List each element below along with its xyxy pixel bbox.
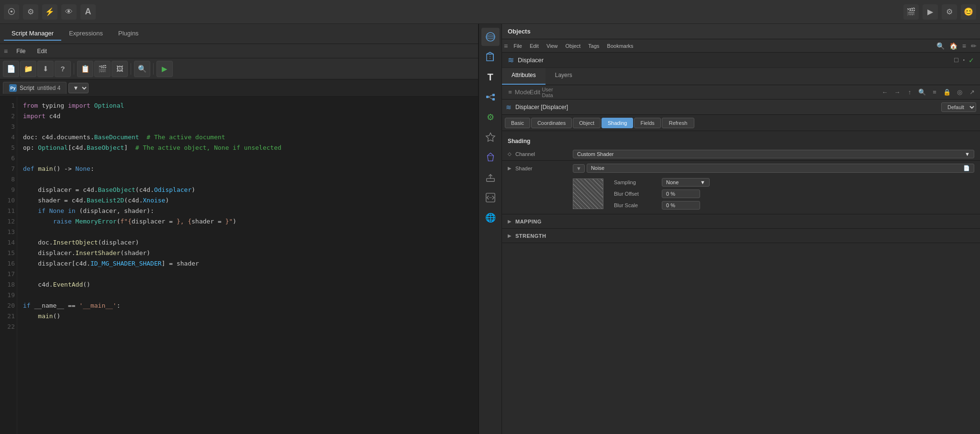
tab-expressions[interactable]: Expressions	[61, 27, 111, 41]
attr-btn-shading[interactable]: Shading	[601, 118, 633, 128]
menu-file[interactable]: File	[11, 46, 30, 56]
attr-buttons: Basic Coordinates Object Shading Fields …	[502, 115, 980, 131]
side-icon-3d[interactable]	[481, 189, 500, 207]
run-button[interactable]: ▶	[156, 61, 173, 77]
hamburger-menu-icon[interactable]: ≡	[4, 47, 8, 55]
side-icon-globe[interactable]: 🌐	[481, 209, 500, 227]
objects-menu-row: ≡ File Edit View Object Tags Bookmarks 🔍…	[502, 39, 980, 53]
side-icon-cube[interactable]	[481, 48, 500, 66]
default-dropdown[interactable]: Default	[941, 102, 976, 112]
record-button[interactable]: 🎬	[94, 61, 111, 77]
objects-search-icon[interactable]: 🔍	[935, 41, 946, 51]
find-button[interactable]: 🔍	[134, 61, 150, 77]
media-icon[interactable]: 🎬	[903, 4, 919, 20]
script-file-tabs: Py Script untitled 4 ▼	[0, 79, 478, 97]
tab-script-manager[interactable]: Script Manager	[4, 27, 61, 41]
power-icon[interactable]: ⦿	[4, 4, 19, 20]
attr-btn-object[interactable]: Object	[573, 118, 601, 128]
code-content[interactable]: from typing import Optional import c4d d…	[17, 97, 478, 434]
blur-scale-value[interactable]: 0 %	[662, 201, 700, 210]
blur-scale-label: Blur Scale	[614, 202, 662, 208]
objects-edit-icon[interactable]: ✏	[969, 41, 978, 51]
objects-menu-bookmarks[interactable]: Bookmarks	[603, 42, 637, 50]
eye-icon[interactable]: 👁	[61, 4, 77, 20]
tab-layers[interactable]: Layers	[546, 68, 582, 85]
attr-external-icon[interactable]: ↗	[967, 87, 977, 98]
attr-target-icon[interactable]: ◎	[954, 87, 965, 98]
attr-lock-icon[interactable]: 🔒	[942, 87, 952, 98]
objects-menu-tags[interactable]: Tags	[584, 42, 603, 50]
shader-expand-icon[interactable]: ▶	[508, 166, 515, 171]
shading-section: Shading ◇ Channel Custom Shader ▼ ▶ Shad…	[502, 131, 980, 434]
svg-line-10	[489, 97, 492, 100]
attr-up-icon[interactable]: ↑	[904, 87, 915, 98]
tab-dropdown[interactable]: ▼	[68, 83, 89, 93]
objects-menu-file[interactable]: File	[510, 42, 526, 50]
objects-menu-object[interactable]: Object	[562, 42, 585, 50]
split-icon[interactable]: ⚡	[42, 4, 57, 20]
svg-rect-8	[492, 98, 495, 100]
mapping-section[interactable]: ▶ MAPPING	[502, 214, 980, 229]
refresh-button[interactable]: Refresh	[662, 118, 695, 128]
settings-icon[interactable]: ⚙	[23, 4, 38, 20]
tab-attributes[interactable]: Attributes	[502, 68, 546, 85]
displacer-check-icon[interactable]: ✓	[969, 56, 974, 64]
displacer-row[interactable]: ≋ Displacer ☐ • ✓	[502, 53, 980, 68]
objects-menu-view[interactable]: View	[543, 42, 562, 50]
top-toolbar-left: ⦿ ⚙ ⚡ 👁 A	[4, 4, 96, 20]
svg-marker-11	[487, 153, 493, 161]
code-editor[interactable]: 12345 678910 1112131415 1617181920 2122 …	[0, 97, 478, 434]
side-icon-node[interactable]	[481, 88, 500, 106]
strength-section[interactable]: ▶ STRENGTH	[502, 229, 980, 243]
side-icon-brush[interactable]	[481, 128, 500, 146]
new-script-button[interactable]: 📄	[3, 61, 19, 77]
text-icon[interactable]: A	[80, 4, 96, 20]
attr-hamburger-icon[interactable]: ≡	[505, 87, 515, 98]
image-button[interactable]: 🖼	[111, 61, 128, 77]
channel-value[interactable]: Custom Shader ▼	[573, 150, 974, 158]
objects-menu-edit[interactable]: Edit	[526, 42, 543, 50]
play-icon[interactable]: ▶	[923, 4, 938, 20]
attr-btn-fields[interactable]: Fields	[634, 118, 660, 128]
objects-panel-container: Objects ≡ File Edit View Object Tags Boo…	[501, 24, 980, 434]
displacer-title-wave-icon: ≋	[506, 103, 512, 111]
attr-search-icon[interactable]: 🔍	[917, 87, 927, 98]
attr-mode[interactable]: Mode	[517, 87, 528, 98]
displacer-full-title: Displacer [Displacer]	[515, 104, 937, 111]
objects-hamburger-icon[interactable]: ≡	[504, 42, 508, 50]
side-icon-sphere[interactable]	[481, 28, 500, 46]
objects-list-icon[interactable]: ≡	[961, 41, 968, 51]
tab-plugins[interactable]: Plugins	[111, 27, 146, 41]
side-icon-export[interactable]	[481, 168, 500, 187]
gear-icon[interactable]: ⚙	[942, 4, 957, 20]
displacer-checkbox[interactable]: ☐	[954, 57, 959, 64]
attr-btn-basic[interactable]: Basic	[505, 118, 530, 128]
separator-2	[131, 63, 131, 75]
shader-noise-value[interactable]: Noise 📄	[587, 164, 974, 173]
attr-back-icon[interactable]: ←	[880, 87, 890, 98]
smiley-icon[interactable]: 😊	[961, 4, 976, 20]
attr-edit[interactable]: Edit	[530, 87, 540, 98]
side-icon-gear[interactable]: ⚙	[481, 108, 500, 126]
attributes-panel: Attributes Layers ≡ Mode Edit User Data …	[502, 68, 980, 434]
open-script-button[interactable]: 📁	[20, 61, 36, 77]
copy-button[interactable]: 📋	[77, 61, 93, 77]
line-numbers: 12345 678910 1112131415 1617181920 2122	[0, 97, 17, 434]
shader-dropdown-arrow[interactable]: ▼	[573, 164, 585, 173]
attr-filter-icon[interactable]: ≡	[929, 87, 940, 98]
help-button[interactable]: ?	[55, 61, 71, 77]
attr-userdata[interactable]: User Data	[542, 87, 553, 98]
top-toolbar: ⦿ ⚙ ⚡ 👁 A 🎬 ▶ ⚙ 😊	[0, 0, 980, 24]
sampling-value[interactable]: None ▼	[662, 178, 710, 187]
objects-home-icon[interactable]: 🏠	[948, 41, 959, 51]
script-file-tab[interactable]: Py Script untitled 4	[3, 82, 67, 94]
side-icon-gem[interactable]	[481, 148, 500, 167]
attr-btn-coordinates[interactable]: Coordinates	[531, 118, 572, 128]
channel-label: Channel	[515, 151, 573, 157]
save-script-button[interactable]: ⬇	[37, 61, 54, 77]
side-icon-text[interactable]: T	[481, 68, 500, 86]
blur-offset-value[interactable]: 0 %	[662, 189, 700, 198]
displacer-dot: •	[963, 57, 965, 63]
menu-edit[interactable]: Edit	[33, 46, 52, 56]
attr-forward-icon[interactable]: →	[892, 87, 902, 98]
